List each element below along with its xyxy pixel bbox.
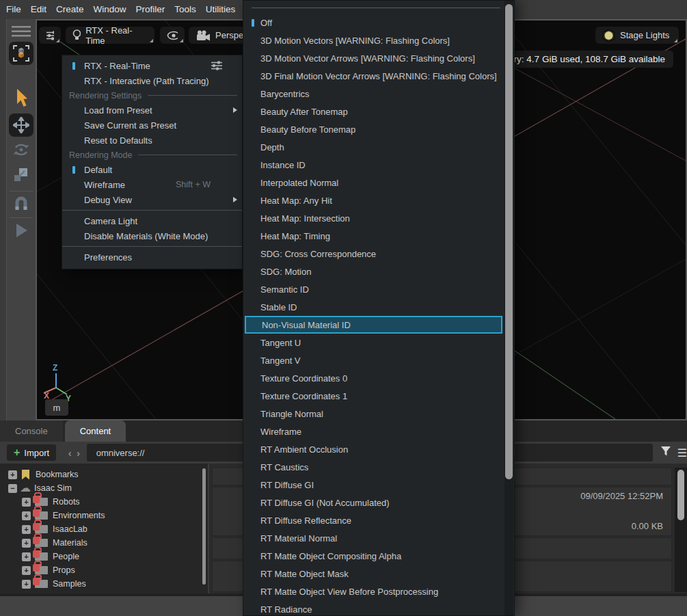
debug-view-option-3d-motion-vector-arrows-warning-flashing-colors[interactable]: 3D Motion Vector Arrows [WARNING: Flashi… <box>243 49 502 67</box>
debug-view-option-beauty-after-tonemap[interactable]: Beauty After Tonemap <box>243 103 502 120</box>
menu-item-save-current-as-preset[interactable]: Save Current as Preset <box>62 118 242 133</box>
expand-icon[interactable]: + <box>8 470 17 479</box>
debug-view-option-3d-final-motion-vector-arrows-warning-flashing-colors[interactable]: 3D Final Motion Vector Arrows [WARNING: … <box>243 67 502 85</box>
debug-view-option-triangle-normal[interactable]: Triangle Normal <box>243 405 502 423</box>
tree-item-robots[interactable]: +Robots <box>0 495 208 509</box>
debug-view-option-rt-caustics[interactable]: RT Caustics <box>243 458 502 476</box>
selection-mode-button[interactable] <box>9 42 33 65</box>
select-tool-button[interactable] <box>12 88 30 109</box>
debug-view-option-texture-coordinates-1[interactable]: Texture Coordinates 1 <box>243 387 502 405</box>
debug-view-option-barycentrics[interactable]: Barycentrics <box>243 85 502 103</box>
menu-item-debug-view[interactable]: Debug View <box>62 192 242 207</box>
debug-view-option-depth[interactable]: Depth <box>243 138 502 156</box>
debug-view-option-rt-diffuse-gi-not-accumulated[interactable]: RT Diffuse GI (Not Accumulated) <box>243 494 502 511</box>
debug-view-option-heat-map-any-hit[interactable]: Heat Map: Any Hit <box>243 191 502 209</box>
debug-view-option-rt-ambient-occlusion[interactable]: RT Ambient Occlusion <box>243 440 502 458</box>
unit-button[interactable]: m <box>45 399 68 416</box>
tree-scrollbar[interactable] <box>202 468 206 585</box>
menu-item-camera-light[interactable]: Camera Light <box>62 213 242 228</box>
details-scrollbar[interactable] <box>677 470 684 520</box>
debug-view-option-non-visual-material-id[interactable]: Non-Visual Material ID <box>245 316 502 334</box>
option-label: Triangle Normal <box>260 409 323 419</box>
debug-view-option-rt-radiance[interactable]: RT Radiance <box>243 600 502 616</box>
menu-item-disable-materials-white-mode[interactable]: Disable Materials (White Mode) <box>62 228 242 243</box>
expand-icon[interactable]: + <box>22 580 31 589</box>
expand-icon[interactable]: + <box>22 539 31 548</box>
debug-view-option-semantic-id[interactable]: Semantic ID <box>243 280 502 298</box>
menu-item-default[interactable]: Default <box>62 162 242 177</box>
list-options-icon[interactable]: ☰ <box>677 446 687 459</box>
debug-view-option-rt-diffuse-gi[interactable]: RT Diffuse GI <box>243 476 502 494</box>
menu-utilities[interactable]: Utilities <box>201 0 241 19</box>
menu-edit[interactable]: Edit <box>26 0 51 19</box>
debug-view-option-stable-id[interactable]: Stable ID <box>243 298 502 316</box>
menu-item-load-from-preset[interactable]: Load from Preset <box>62 103 242 118</box>
expand-icon[interactable]: + <box>22 511 31 520</box>
render-settings-button[interactable] <box>39 27 61 44</box>
toolbar-separator <box>10 217 33 218</box>
selection-frame-icon <box>12 44 30 62</box>
debug-view-option-3d-motion-vectors-warning-flashing-colors[interactable]: 3D Motion Vectors [WARNING: Flashing Col… <box>243 31 502 49</box>
menu-item-label: Debug View <box>84 195 132 205</box>
tree-item-people[interactable]: +People <box>0 550 208 563</box>
menu-tools[interactable]: Tools <box>170 0 201 19</box>
expand-icon[interactable]: + <box>22 525 31 534</box>
debug-view-option-tangent-v[interactable]: Tangent V <box>243 351 502 369</box>
tab-content[interactable]: Content <box>65 420 126 442</box>
tree-item-samples[interactable]: +Samples <box>0 577 208 591</box>
tree-item-props[interactable]: +Props <box>0 563 208 577</box>
play-button[interactable] <box>13 222 29 239</box>
move-tool-button[interactable] <box>9 113 33 137</box>
tree-item-isaac-sim[interactable]: −☁Isaac Sim <box>0 481 208 495</box>
debug-view-option-texture-coordinates-0[interactable]: Texture Coordinates 0 <box>243 369 502 387</box>
menu-item-rtx-interactive-path-tracing[interactable]: RTX - Interactive (Path Tracing) <box>62 73 242 88</box>
tree-item-isaaclab[interactable]: +IsaacLab <box>0 522 208 536</box>
tree-item-environments[interactable]: +Environments <box>0 509 208 522</box>
import-button[interactable]: + Import <box>7 444 56 461</box>
toolbar-menu-icon[interactable] <box>11 25 31 38</box>
expand-icon[interactable]: + <box>22 552 31 561</box>
tab-console[interactable]: Console <box>0 420 63 442</box>
expand-icon[interactable]: + <box>22 498 31 507</box>
menu-window[interactable]: Window <box>89 0 131 19</box>
tree-item-materials[interactable]: +Materials <box>0 536 208 550</box>
debug-view-option-rt-diffuse-reflectance[interactable]: RT Diffuse Reflectance <box>243 511 502 529</box>
menu-item-preferences[interactable]: Preferences <box>62 250 242 265</box>
debug-view-option-heat-map-timing[interactable]: Heat Map: Timing <box>243 227 502 245</box>
tree-item-bookmarks[interactable]: +Bookmarks <box>0 468 208 481</box>
renderer-button[interactable]: RTX - Real-Time <box>66 27 154 44</box>
menu-item-wireframe[interactable]: WireframeShift + W <box>62 177 242 192</box>
forward-button[interactable]: › <box>74 447 82 459</box>
debug-view-option-tangent-u[interactable]: Tangent U <box>243 334 502 351</box>
rotate-tool-button[interactable] <box>12 141 30 159</box>
tree-item-label: Bookmarks <box>36 470 79 479</box>
debug-view-option-sdg-cross-correspondence[interactable]: SDG: Cross Correspondence <box>243 245 502 263</box>
debug-view-option-interpolated-normal[interactable]: Interpolated Normal <box>243 174 502 191</box>
expand-icon[interactable]: + <box>22 566 31 575</box>
debug-view-option-heat-map-intersection[interactable]: Heat Map: Intersection <box>243 209 502 227</box>
visibility-button[interactable] <box>160 27 185 44</box>
back-button[interactable]: ‹ <box>66 447 74 459</box>
snap-tool-button[interactable] <box>13 195 29 211</box>
collapse-icon[interactable]: − <box>8 484 17 493</box>
submenu-scrollbar[interactable] <box>505 4 513 479</box>
stage-lights-button[interactable]: Stage Lights <box>595 27 679 44</box>
sliders-icon <box>211 61 223 70</box>
scale-tool-button[interactable] <box>13 166 29 183</box>
debug-view-option-rt-matte-object-mask[interactable]: RT Matte Object Mask <box>243 565 502 582</box>
debug-view-option-off[interactable]: Off <box>243 14 502 31</box>
menu-item-reset-to-defaults[interactable]: Reset to Defaults <box>62 133 242 148</box>
debug-view-option-instance-id[interactable]: Instance ID <box>243 156 502 174</box>
debug-view-option-rt-material-normal[interactable]: RT Material Normal <box>243 529 502 547</box>
menu-create[interactable]: Create <box>51 0 89 19</box>
menu-profiler[interactable]: Profiler <box>131 0 170 19</box>
debug-view-option-wireframe[interactable]: Wireframe <box>243 423 502 440</box>
debug-view-option-beauty-before-tonemap[interactable]: Beauty Before Tonemap <box>243 120 502 138</box>
menu-file[interactable]: File <box>1 0 26 19</box>
option-label: RT Caustics <box>260 462 308 472</box>
filter-icon[interactable] <box>660 446 672 459</box>
debug-view-option-sdg-motion[interactable]: SDG: Motion <box>243 263 502 280</box>
menu-item-rtx-real-time[interactable]: RTX - Real-Time <box>62 58 242 73</box>
debug-view-option-rt-matte-object-view-before-postprocessing[interactable]: RT Matte Object View Before Postprocessi… <box>243 582 502 600</box>
debug-view-option-rt-matte-object-compositing-alpha[interactable]: RT Matte Object Compositing Alpha <box>243 547 502 565</box>
